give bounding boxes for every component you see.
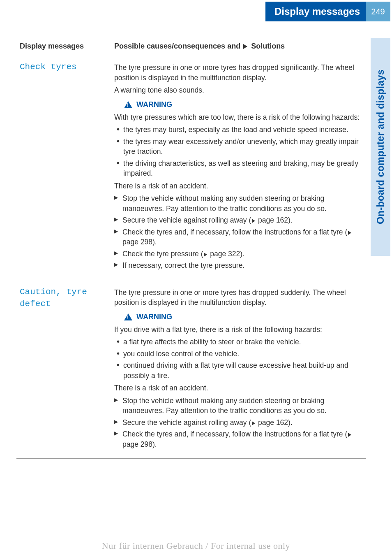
action-step: If necessary, correct the tyre pressure. — [114, 260, 362, 271]
col-header-causes: Possible causes/consequences and Solutio… — [111, 38, 366, 55]
intro-text: The tyre pressure in one or more tyres h… — [114, 288, 362, 308]
page-ref-icon — [204, 253, 207, 257]
list-item: the driving characteristics, as well as … — [123, 158, 362, 179]
warning-heading: WARNING — [124, 100, 362, 110]
messages-table: Display messages Possible causes/consequ… — [16, 38, 366, 459]
chapter-tab-label: On-board computer and displays — [375, 70, 386, 224]
page-ref-icon — [252, 219, 255, 223]
section-title: Display messages — [265, 2, 366, 21]
list-item: you could lose control of the vehicle. — [123, 349, 362, 359]
page-ref-icon — [348, 433, 351, 437]
col-header-messages: Display messages — [16, 38, 111, 55]
intro-text: The tyre pressure in one or more tyres h… — [114, 63, 362, 83]
warning-text: If you drive with a flat tyre, there is … — [114, 325, 362, 335]
watermark-footer: Nur für internen Gebrauch / For internal… — [0, 541, 392, 551]
page-ref-icon — [252, 421, 255, 425]
risk-text: There is a risk of an accident. — [114, 181, 362, 191]
hazard-list: the tyres may burst, especially as the l… — [114, 125, 362, 179]
solutions-arrow-icon — [243, 44, 247, 49]
page-number: 249 — [366, 2, 390, 21]
action-step: Check the tyres and, if necessary, follo… — [114, 227, 362, 247]
content-area: Display messages Possible causes/consequ… — [16, 38, 366, 459]
page-header: Display messages 249 — [2, 2, 390, 21]
action-step: Secure the vehicle against rolling away … — [114, 418, 362, 428]
warning-label: WARNING — [136, 100, 172, 110]
list-item: the tyres may wear excessively and/or un… — [123, 137, 362, 157]
table-row: Caution, tyredefect The tyre pressure in… — [16, 280, 366, 459]
page-ref-icon — [348, 231, 351, 235]
chapter-tab: On-board computer and displays — [371, 38, 390, 256]
list-item: a flat tyre affects the ability to steer… — [123, 337, 362, 347]
hazard-list: a flat tyre affects the ability to steer… — [114, 337, 362, 381]
warning-triangle-icon — [124, 313, 132, 320]
action-step: Check the tyres and, if necessary, follo… — [114, 429, 362, 449]
action-step: Stop the vehicle without making any sudd… — [114, 193, 362, 214]
warning-triangle-icon — [124, 101, 132, 108]
display-message-code: Check tyres — [20, 61, 108, 73]
warning-label: WARNING — [136, 312, 172, 322]
intro-text: A warning tone also sounds. — [114, 85, 362, 95]
action-step: Secure the vehicle against rolling away … — [114, 215, 362, 225]
table-row: Check tyres The tyre pressure in one or … — [16, 55, 366, 280]
list-item: continued driving with a flat tyre will … — [123, 360, 362, 381]
warning-text: With tyre pressures which are too low, t… — [114, 112, 362, 123]
list-item: the tyres may burst, especially as the l… — [123, 125, 362, 135]
display-message-code: Caution, tyredefect — [20, 286, 108, 310]
warning-heading: WARNING — [124, 312, 362, 322]
action-step: Check the tyre pressure ( page 322). — [114, 249, 362, 259]
risk-text: There is a risk of an accident. — [114, 383, 362, 393]
action-step: Stop the vehicle without making any sudd… — [114, 396, 362, 416]
